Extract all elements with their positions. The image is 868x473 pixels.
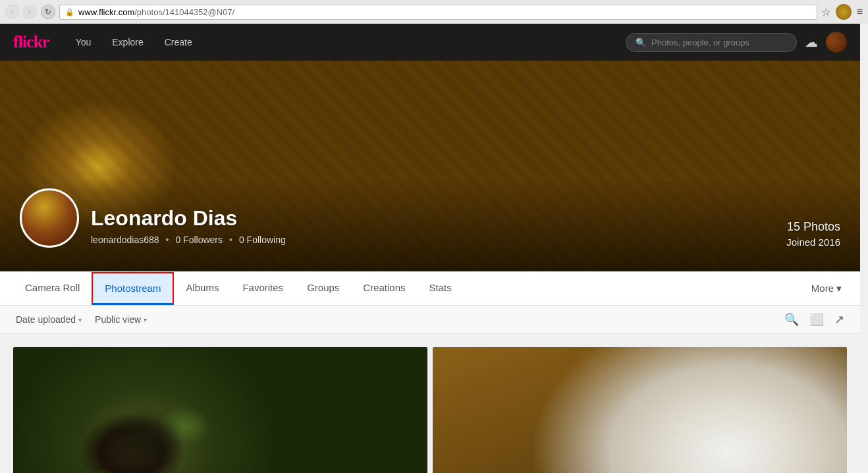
profile-following[interactable]: 0 Following — [239, 235, 286, 245]
joined-text: Joined 2016 — [786, 237, 840, 248]
photo-card-1[interactable] — [13, 347, 427, 473]
url-path: /photos/141044352@N07/ — [134, 7, 234, 17]
date-chevron-icon: ▾ — [78, 316, 82, 323]
browser-actions: ☆ ≡ — [821, 4, 863, 20]
browser-menu-icon[interactable]: ≡ — [857, 6, 863, 18]
flickr-navbar: flickr You Explore Create 🔍 ☁ — [0, 24, 860, 61]
profile-info: Leonardo Dias leonardodias688 • 0 Follow… — [20, 188, 286, 248]
search-icon: 🔍 — [636, 38, 646, 47]
nav-avatar-image — [826, 32, 847, 53]
photo-card-2[interactable] — [433, 347, 847, 473]
profile-text: Leonardo Dias leonardodias688 • 0 Follow… — [91, 206, 286, 248]
browser-toolbar: ‹ › ↻ 🔒 www.flickr.com/photos/141044352@… — [0, 0, 868, 24]
tab-camera-roll[interactable]: Camera Roll — [13, 271, 92, 306]
tab-photostream[interactable]: Photostream — [92, 272, 174, 305]
profile-avatar[interactable] — [20, 188, 79, 248]
more-label: More — [811, 283, 834, 294]
profile-meta: leonardodias688 • 0 Followers • 0 Follow… — [91, 235, 286, 245]
date-uploaded-filter[interactable]: Date uploaded ▾ — [16, 314, 82, 325]
photo-grid — [0, 334, 860, 473]
url-host: www.flickr.com — [78, 7, 134, 17]
back-button[interactable]: ‹ — [5, 5, 20, 19]
bookmark-star-icon[interactable]: ☆ — [821, 6, 830, 18]
profile-sep: • — [166, 235, 169, 245]
tab-groups[interactable]: Groups — [295, 271, 351, 306]
refresh-button[interactable]: ↻ — [41, 5, 55, 19]
search-box[interactable]: 🔍 — [626, 33, 797, 52]
nav-create[interactable]: Create — [154, 24, 203, 61]
flickr-logo[interactable]: flickr — [13, 32, 49, 52]
tab-creations[interactable]: Creations — [351, 271, 417, 306]
profile-cover: Leonardo Dias leonardodias688 • 0 Follow… — [0, 61, 860, 271]
view-chevron-icon: ▾ — [144, 316, 147, 323]
search-input[interactable] — [651, 38, 787, 47]
date-uploaded-label: Date uploaded — [16, 314, 76, 325]
upload-icon[interactable]: ☁ — [805, 34, 818, 50]
nav-search-area: 🔍 ☁ — [203, 32, 847, 53]
tab-favorites[interactable]: Favorites — [231, 271, 295, 306]
profile-name: Leonardo Dias — [91, 206, 286, 231]
url-display: www.flickr.com/photos/141044352@N07/ — [78, 7, 234, 17]
nav-explore[interactable]: Explore — [101, 24, 153, 61]
address-bar[interactable]: 🔒 www.flickr.com/photos/141044352@N07/ — [59, 5, 817, 20]
tab-bar: Camera Roll Photostream Albums Favorites… — [0, 271, 860, 306]
profile-followers[interactable]: 0 Followers — [175, 235, 223, 245]
photos-count: 15 Photos — [786, 220, 840, 234]
page-wrapper: flickr You Explore Create 🔍 ☁ Leonardo D… — [0, 24, 860, 473]
ssl-lock-icon: 🔒 — [65, 8, 74, 16]
public-view-filter[interactable]: Public view ▾ — [95, 314, 147, 325]
more-chevron-icon: ▾ — [836, 283, 842, 294]
filter-bar: Date uploaded ▾ Public view ▾ 🔍 ⬜ ↗ — [0, 306, 860, 334]
tab-albums[interactable]: Albums — [174, 271, 231, 306]
public-view-label: Public view — [95, 314, 141, 325]
share-icon[interactable]: ↗ — [834, 312, 844, 327]
tab-stats[interactable]: Stats — [418, 271, 464, 306]
forward-button[interactable]: › — [22, 5, 37, 19]
nav-links: You Explore Create — [65, 24, 203, 61]
search-filter-icon[interactable]: 🔍 — [784, 312, 799, 327]
filter-right-actions: 🔍 ⬜ ↗ — [784, 312, 844, 327]
nav-you[interactable]: You — [65, 24, 102, 61]
extension-icon[interactable] — [836, 4, 852, 20]
profile-username: leonardodias688 — [91, 235, 159, 245]
profile-sep2: • — [229, 235, 232, 245]
profile-stats-right: 15 Photos Joined 2016 — [786, 220, 840, 248]
tab-more[interactable]: More ▾ — [806, 272, 847, 305]
nav-user-avatar[interactable] — [826, 32, 847, 53]
browser-chrome: ‹ › ↻ 🔒 www.flickr.com/photos/141044352@… — [0, 0, 868, 24]
slideshow-icon[interactable]: ⬜ — [809, 312, 824, 327]
nav-buttons: ‹ › — [5, 5, 37, 19]
